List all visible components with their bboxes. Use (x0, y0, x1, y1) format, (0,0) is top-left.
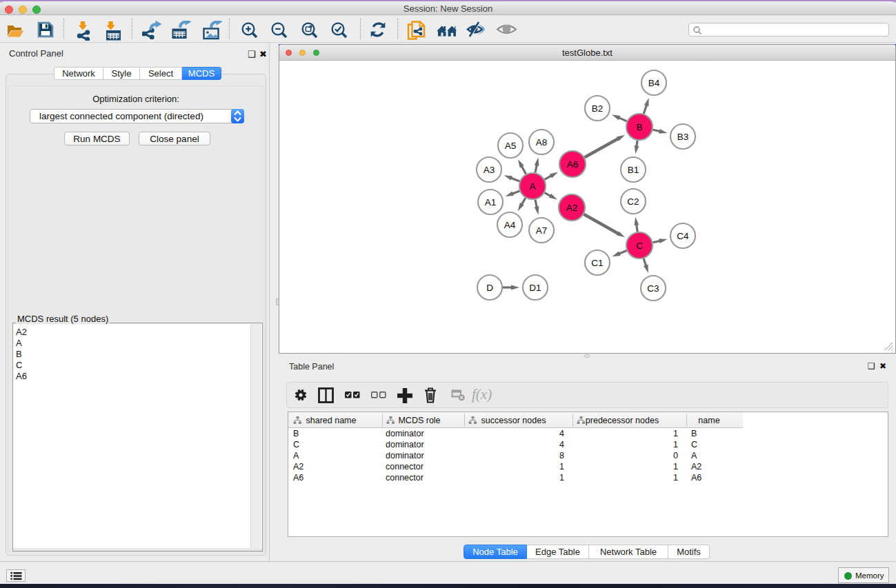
svg-text:B: B (636, 122, 642, 132)
svg-text:C2: C2 (627, 196, 639, 207)
svg-text:A3: A3 (484, 165, 495, 175)
svg-text:A: A (529, 181, 535, 192)
svg-text:A1: A1 (485, 197, 497, 207)
svg-text:B3: B3 (677, 132, 689, 142)
svg-text:C3: C3 (647, 283, 659, 294)
svg-text:C1: C1 (591, 258, 603, 268)
svg-text:A8: A8 (536, 137, 548, 148)
svg-text:C: C (636, 241, 643, 251)
svg-text:A5: A5 (505, 141, 517, 151)
svg-text:B4: B4 (648, 78, 660, 88)
svg-text:A6: A6 (567, 159, 579, 170)
svg-text:D1: D1 (529, 283, 541, 293)
svg-text:D: D (486, 283, 493, 293)
svg-text:A2: A2 (566, 203, 578, 213)
svg-text:B1: B1 (628, 165, 639, 175)
svg-text:A7: A7 (536, 225, 548, 236)
svg-text:A4: A4 (504, 220, 516, 230)
svg-text:C4: C4 (677, 231, 689, 241)
svg-text:B2: B2 (592, 103, 604, 114)
